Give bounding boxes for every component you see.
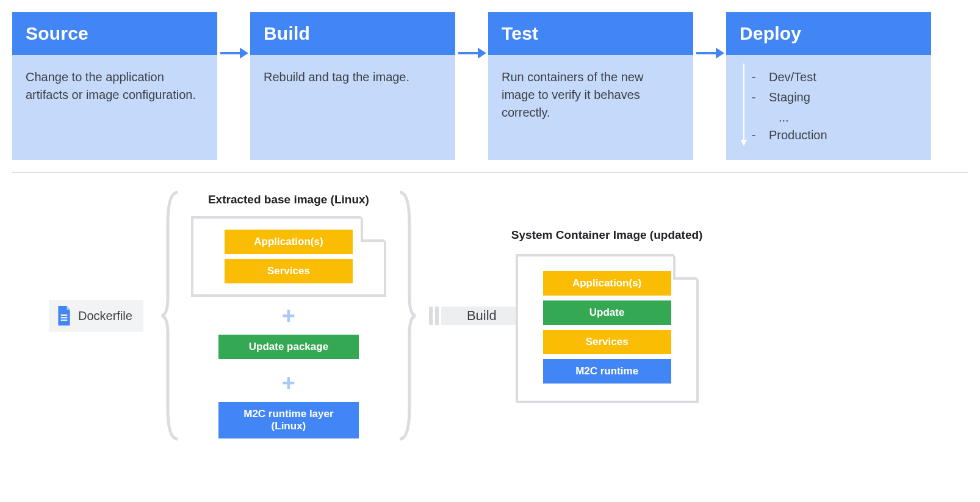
stage-title: Source — [12, 12, 217, 55]
layer-applications: Application(s) — [543, 271, 671, 296]
brace-right-icon — [397, 187, 417, 444]
arrow-icon — [217, 12, 250, 160]
result-column: System Container Image (updated) Applica… — [511, 228, 703, 403]
pipeline-row: Source Change to the application artifac… — [12, 12, 968, 160]
brace-left-icon — [160, 187, 180, 444]
stage-build: Build Rebuild and tag the image. — [250, 12, 455, 160]
result-label: System Container Image (updated) — [511, 228, 703, 242]
section-divider — [12, 172, 968, 173]
deploy-progress-arrow-icon — [743, 64, 744, 145]
deploy-env: Staging — [769, 89, 810, 106]
layer-m2c-runtime: M2C runtime layer (Linux) — [218, 402, 359, 438]
plus-icon: + — [282, 304, 295, 327]
layer-services: Services — [225, 259, 353, 283]
stage-title: Build — [250, 12, 455, 55]
svg-rect-6 — [61, 315, 68, 316]
dockerfile-label: Dockerfile — [78, 309, 132, 323]
svg-marker-3 — [478, 48, 486, 59]
svg-rect-9 — [429, 307, 433, 325]
build-arrow-group: Build — [417, 288, 504, 343]
stage-title: Test — [488, 12, 693, 55]
deploy-env: Production — [769, 126, 827, 144]
svg-marker-5 — [716, 48, 724, 59]
layer-m2c-runtime: M2C runtime — [543, 359, 671, 384]
deploy-item: -Production — [751, 126, 918, 144]
result-image-frame: Application(s) Update Services M2C runti… — [516, 254, 699, 403]
stage-body: Change to the application artifacts or i… — [12, 55, 217, 160]
layer-update: Update — [543, 300, 671, 325]
deploy-item: -Staging — [751, 89, 918, 106]
layer-update-package: Update package — [218, 335, 359, 359]
deploy-env: Dev/Test — [769, 68, 816, 86]
extracted-image-frame: Application(s) Services — [191, 216, 386, 297]
arrow-icon — [455, 12, 488, 160]
stage-test: Test Run containers of the new image to … — [488, 12, 693, 160]
extracted-image-label: Extracted base image (Linux) — [208, 193, 369, 206]
dockerfile-contents: Extracted base image (Linux) Application… — [180, 193, 397, 438]
stage-deploy: Deploy -Dev/Test -Staging ... -Productio… — [726, 12, 931, 160]
stage-title: Deploy — [726, 12, 931, 55]
stage-body: Rebuild and tag the image. — [250, 55, 455, 160]
stage-body: Run containers of the new image to verif… — [488, 55, 693, 160]
deploy-ellipsis: ... — [751, 109, 918, 126]
svg-rect-10 — [435, 307, 439, 325]
plus-icon: + — [282, 371, 295, 395]
svg-marker-1 — [240, 48, 248, 59]
layer-services: Services — [543, 330, 671, 354]
build-label: Build — [467, 308, 497, 324]
arrow-icon — [693, 12, 726, 160]
document-icon — [56, 306, 72, 326]
layer-applications: Application(s) — [225, 230, 353, 254]
page-fold-icon — [673, 254, 699, 280]
dockerfile-box: Dockerfile — [49, 300, 143, 332]
page-fold-icon — [361, 216, 386, 242]
build-diagram: Dockerfile Extracted base image (Linux) … — [12, 187, 968, 444]
stage-body: -Dev/Test -Staging ... -Production — [726, 55, 931, 160]
svg-rect-7 — [61, 317, 68, 318]
stage-source: Source Change to the application artifac… — [12, 12, 217, 160]
deploy-item: -Dev/Test — [751, 68, 918, 86]
svg-rect-8 — [61, 319, 68, 321]
